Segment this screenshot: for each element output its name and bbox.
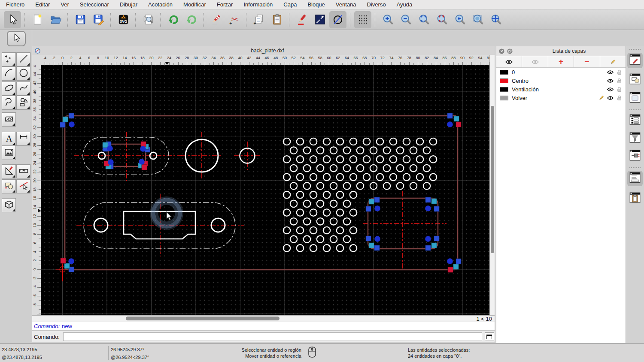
- toolbar-separator: [110, 13, 111, 27]
- horizontal-scrollbar-thumb[interactable]: [126, 317, 279, 320]
- add-layer-button[interactable]: +: [548, 56, 574, 67]
- svg-export-button[interactable]: SVG: [115, 11, 132, 28]
- layer-lock-icon[interactable]: [616, 87, 623, 92]
- funnel-window-dock-button[interactable]: [627, 131, 643, 146]
- ruler-top-label: 4: [76, 56, 84, 60]
- layer-row[interactable]: 0: [496, 68, 626, 76]
- delete-eraser-button[interactable]: [207, 11, 225, 28]
- line-attributes-button[interactable]: [311, 11, 328, 28]
- grid-toggle-button[interactable]: [354, 11, 371, 28]
- save-as-button[interactable]: [90, 11, 107, 28]
- menu-ayuda[interactable]: Ayuda: [397, 1, 413, 8]
- solid-box-tool-button[interactable]: [2, 198, 16, 212]
- list-window-dock-button[interactable]: [627, 113, 643, 128]
- polygon-tool-button[interactable]: [16, 96, 30, 110]
- submenu-corner: [27, 142, 30, 145]
- measure-tool-button[interactable]: [16, 164, 30, 178]
- redo-button[interactable]: [182, 11, 200, 28]
- menu-dibujar[interactable]: Dibujar: [120, 1, 137, 8]
- layer-visibility-icon[interactable]: [607, 78, 614, 84]
- zoom-previous-button[interactable]: [451, 11, 468, 28]
- command-input[interactable]: [63, 332, 482, 341]
- cut-button[interactable]: ✂+: [225, 11, 243, 28]
- polyline-tool-button[interactable]: [2, 96, 16, 110]
- close-icon[interactable]: [499, 48, 504, 54]
- select-arrow-button[interactable]: [4, 11, 21, 28]
- modify-tool-button[interactable]: [2, 164, 16, 178]
- zoom-selected-button[interactable]: [433, 11, 450, 28]
- frame-window-dock-button[interactable]: [627, 90, 643, 106]
- pen-attributes-button[interactable]: [293, 11, 310, 28]
- pen-window-dock-button[interactable]: [627, 53, 643, 68]
- select-tool-button[interactable]: [7, 31, 26, 46]
- dimension-tool-button[interactable]: [16, 132, 30, 146]
- select-entity-tool-button[interactable]: [16, 179, 30, 193]
- zoom-out-button[interactable]: [397, 11, 414, 28]
- paste-icon: [271, 14, 283, 25]
- layer-lock-icon[interactable]: [616, 78, 623, 84]
- command-window-button[interactable]: [485, 332, 494, 341]
- menu-acotacion[interactable]: Acotación: [148, 1, 173, 8]
- ruler-top-label: 40: [237, 56, 244, 60]
- menu-informacion[interactable]: Información: [243, 1, 273, 8]
- submenu-corner: [27, 92, 30, 95]
- new-document-button[interactable]: [29, 11, 46, 28]
- show-all-layers-button[interactable]: [496, 56, 522, 67]
- print-preview-button[interactable]: [140, 11, 157, 28]
- open-file-button[interactable]: [47, 11, 64, 28]
- layer-row[interactable]: Ventilación: [496, 85, 626, 94]
- zoom-window-button[interactable]: [469, 11, 486, 28]
- spline-tool-button[interactable]: [16, 81, 30, 96]
- ruler-top-label: 6: [85, 56, 93, 60]
- clipboard-window-dock-button[interactable]: [627, 191, 643, 206]
- menu-bloque[interactable]: Bloque: [307, 1, 325, 8]
- vertical-scrollbar[interactable]: [489, 55, 495, 315]
- menu-modificar[interactable]: Modificar: [183, 1, 206, 8]
- layer-lock-icon[interactable]: [616, 95, 623, 101]
- circle-tool-button[interactable]: [16, 66, 30, 81]
- layer-row[interactable]: Centro: [496, 76, 626, 85]
- menu-ver[interactable]: Ver: [61, 1, 69, 8]
- menu-capa[interactable]: Capa: [283, 1, 297, 8]
- shapes-window-dock-button[interactable]: [627, 72, 643, 87]
- hide-all-layers-button[interactable]: [522, 56, 548, 67]
- circle-diameter-button[interactable]: [329, 11, 346, 28]
- ellipse-tool-button[interactable]: [2, 81, 16, 96]
- menu-fichero[interactable]: Fichero: [6, 1, 24, 8]
- drawing-canvas[interactable]: [41, 65, 489, 315]
- zoom-in-button[interactable]: [379, 11, 396, 28]
- copy-button[interactable]: +: [250, 11, 267, 28]
- menu-diverso[interactable]: Diverso: [367, 1, 386, 8]
- command-window-dock-button[interactable]: [627, 171, 643, 186]
- menu-ventana[interactable]: Ventana: [336, 1, 356, 8]
- paste-button[interactable]: [268, 11, 286, 28]
- layer-row[interactable]: Volver: [496, 94, 626, 102]
- line-tool-button[interactable]: [16, 52, 30, 66]
- hatch-tool-button[interactable]: [2, 112, 16, 127]
- zoom-auto-button[interactable]: [415, 11, 432, 28]
- horizontal-scrollbar[interactable]: [41, 316, 474, 322]
- tool-window-dock-button[interactable]: [627, 148, 643, 164]
- layer-visibility-icon[interactable]: [607, 87, 614, 92]
- submenu-corner: [27, 175, 30, 178]
- arc-tool-button[interactable]: [2, 66, 16, 81]
- tool-palette: A: [0, 30, 32, 343]
- undo-button[interactable]: [164, 11, 182, 28]
- block-tool-button[interactable]: [2, 179, 16, 193]
- menu-editar[interactable]: Editar: [35, 1, 50, 8]
- layer-visibility-icon[interactable]: [607, 95, 614, 101]
- save-button[interactable]: [72, 11, 89, 28]
- layer-visibility-icon[interactable]: [607, 69, 614, 75]
- float-panel-icon[interactable]: [507, 48, 513, 54]
- menu-seleccionar[interactable]: Seleccionar: [80, 1, 109, 8]
- image-tool-button[interactable]: [2, 146, 16, 160]
- ruler-top-label: 48: [272, 56, 279, 60]
- remove-layer-button[interactable]: −: [574, 56, 600, 67]
- vertical-scrollbar-thumb[interactable]: [491, 106, 494, 253]
- menu-forzar[interactable]: Forzar: [217, 1, 233, 8]
- points-tool-button[interactable]: [2, 52, 16, 66]
- zoom-pan-button[interactable]: [487, 11, 504, 28]
- layer-lock-icon[interactable]: [616, 69, 623, 75]
- text-tool-button[interactable]: A: [2, 132, 16, 146]
- edit-layer-button[interactable]: [600, 56, 626, 67]
